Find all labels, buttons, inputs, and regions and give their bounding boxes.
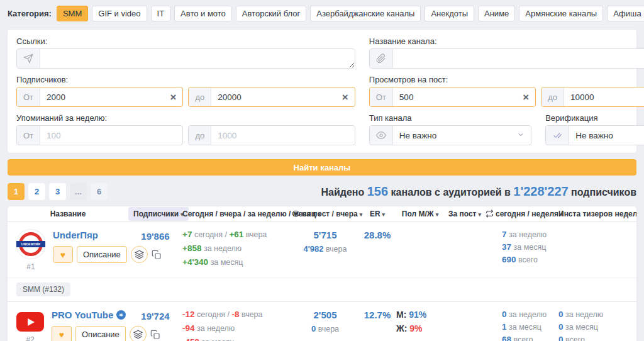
favorite-button[interactable]: ♥ [53, 246, 73, 263]
description-button[interactable]: Описание [75, 326, 126, 341]
to-prefix: до [189, 126, 211, 145]
subscribers-from-input[interactable] [40, 92, 164, 102]
verification-field: Верификация Не важно [545, 111, 644, 145]
channel-name-label: Название канала: [369, 36, 644, 46]
channel-name-link[interactable]: UnderПяр [53, 230, 98, 240]
verification-label: Верификация [545, 113, 644, 123]
gender-cell [396, 230, 444, 271]
header-subscribers[interactable]: Подписчики▾ [128, 210, 182, 218]
paperclip-icon [370, 49, 393, 68]
found-label: Найдено [321, 187, 365, 198]
youtube-play-icon [28, 318, 35, 326]
subscribers-to-input[interactable] [211, 92, 336, 102]
description-button[interactable]: Описание [77, 246, 127, 263]
er-cell: 28.8% [358, 230, 396, 271]
clear-icon[interactable]: × [164, 92, 182, 103]
category-chip-afisha[interactable]: Афиша [607, 6, 644, 21]
table-header-row: Название Подписчики▾ Сегодня / вчера / з… [8, 206, 636, 222]
repost-icon [486, 210, 494, 218]
from-prefix: От [17, 126, 40, 145]
page-button-ellipsis[interactable]: ... [70, 183, 87, 200]
category-chip-anecdotes[interactable]: Анекдоты [425, 6, 474, 21]
views-cell: 5'715 4'982 вчера [292, 230, 358, 271]
sort-caret-icon: ▾ [382, 211, 386, 218]
per-post-cell [444, 310, 486, 341]
header-views[interactable]: на пост / вчера▾ [292, 210, 358, 218]
channel-row: #2 PRO YouTube ♥ Описание [8, 301, 636, 341]
paper-plane-icon [17, 49, 40, 68]
subscribers-count: 19'724 [128, 310, 182, 341]
views-to-input[interactable] [564, 92, 644, 102]
to-prefix: до [541, 87, 564, 106]
insta-cell [558, 230, 636, 271]
channel-row: UNDERПЯР #1 UnderПяр ♥ Описание [8, 222, 636, 301]
header-gender[interactable]: Пол М/Ж▾ [396, 210, 444, 218]
subscribers-count: 19'866 [128, 230, 182, 271]
dynamics-cell: +7 сегодня / +61 вчера +858 за неделю +4… [182, 230, 292, 271]
favorite-button[interactable]: ♥ [52, 326, 72, 341]
channels-table: Название Подписчики▾ Сегодня / вчера / з… [8, 206, 636, 341]
gear-badge-icon [116, 310, 126, 320]
chevron-down-icon [517, 130, 531, 141]
channel-type-select[interactable]: Не важно [369, 125, 531, 145]
search-channels-button[interactable]: Найти каналы [8, 159, 636, 176]
channel-rank: #1 [16, 262, 45, 271]
category-chip-author-blog[interactable]: Авторский блог [236, 6, 306, 21]
subscribers-label: Подписчиков: [16, 75, 355, 84]
mentions-from-input[interactable] [40, 131, 182, 140]
verification-select[interactable]: Не важно [545, 125, 644, 145]
double-check-icon [546, 126, 569, 145]
channel-type-field: Тип канала Не важно [369, 111, 531, 145]
verification-value: Не важно [569, 131, 644, 140]
category-chip-smm[interactable]: SMM [57, 6, 88, 21]
insta-cell: 0 за неделю 0 за месяц 0 всего [558, 310, 636, 341]
links-input[interactable] [40, 49, 355, 68]
per-post-cell [444, 230, 486, 271]
views-from-input[interactable] [393, 92, 516, 102]
tags-row: SMM (#132) [8, 277, 636, 301]
page-button-6[interactable]: 6 [91, 183, 108, 200]
audience-count: 1'228'227 [513, 184, 568, 198]
mentions-label: Упоминаний за неделю: [16, 113, 355, 123]
header-per-post[interactable]: За пост▾ [444, 210, 486, 218]
sort-caret-icon: ▾ [436, 211, 439, 218]
header-name: Название [8, 210, 128, 218]
header-reposts[interactable]: сегодня / неделя▾ [486, 210, 558, 218]
channel-name-input[interactable] [393, 54, 644, 64]
category-chip-anime[interactable]: Аниме [478, 6, 515, 21]
category-label: Категория: [8, 9, 52, 18]
page-button-2[interactable]: 2 [28, 183, 45, 200]
heart-icon: ♥ [59, 330, 64, 340]
clear-icon[interactable]: × [516, 92, 535, 103]
subscribers-field: Подписчиков: От × до × [16, 73, 355, 107]
channel-name-link[interactable]: PRO YouTube [52, 310, 126, 320]
header-dynamics[interactable]: Сегодня / вчера / за неделю / месяц▾ [182, 210, 292, 218]
results-band: 1 2 3 ... 6 Найдено 156 каналов с аудито… [8, 183, 636, 200]
header-insta: Инста тизеров неделя / месяц [558, 210, 636, 218]
page-button-3[interactable]: 3 [49, 183, 66, 200]
clear-icon[interactable]: × [336, 92, 355, 103]
from-prefix: От [370, 87, 393, 106]
channel-name-field: Название канала: [369, 35, 644, 69]
channel-catalog-page: { "categories": { "label": "Категория:",… [0, 0, 644, 341]
reposts-cell: 7 за неделю 37 за месяц 690 всего [486, 230, 558, 271]
channel-avatar[interactable]: UNDERПЯР [16, 230, 45, 259]
eye-icon [370, 126, 393, 145]
category-chip-azerbaijan[interactable]: Азербайджанские каналы [310, 6, 421, 21]
mentions-to-input[interactable] [211, 131, 355, 140]
mentions-field: Упоминаний за неделю: От до [16, 111, 355, 145]
channel-avatar[interactable] [16, 312, 44, 332]
header-er[interactable]: ER▾ [358, 210, 396, 218]
heart-icon: ♥ [60, 250, 65, 260]
category-chip-armenian[interactable]: Армянские каналы [519, 6, 603, 21]
category-chip-auto[interactable]: Авто и мото [174, 6, 232, 21]
reposts-cell: 0 за неделю 1 за месяц 68 всего [486, 310, 558, 341]
channel-rank: #2 [16, 335, 44, 341]
category-chip-gif-video[interactable]: GIF и video [92, 6, 147, 21]
gender-cell: М: 91% Ж: 9% [396, 310, 444, 341]
views-field: Просмотров на пост: От × до × [369, 73, 644, 107]
category-tag[interactable]: SMM (#132) [16, 282, 70, 296]
suffix-label: подписчиков [571, 187, 636, 198]
page-button-1[interactable]: 1 [8, 183, 25, 200]
category-chip-it[interactable]: IT [151, 6, 171, 21]
